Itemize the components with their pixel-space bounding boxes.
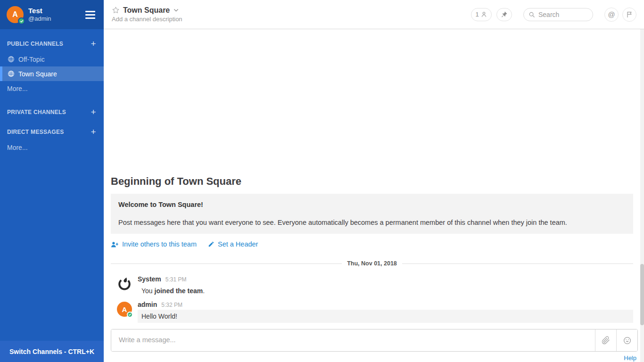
at-icon: @ xyxy=(608,10,615,18)
add-private-channel-button[interactable]: + xyxy=(91,109,96,115)
header-actions: 1 @ xyxy=(471,8,636,22)
message-time: 5:31 PM xyxy=(165,276,187,283)
search-box[interactable] xyxy=(523,8,593,21)
search-input[interactable] xyxy=(538,11,588,18)
add-user-icon xyxy=(111,241,119,248)
date-label: Thu, Nov 01, 2018 xyxy=(342,260,402,267)
channel-list: PUBLIC CHANNELS + Off-Topic Town Square … xyxy=(0,29,104,155)
composer-area: Help xyxy=(104,326,644,362)
channel-intro-title: Beginning of Town Square xyxy=(111,175,633,188)
date-divider: Thu, Nov 01, 2018 xyxy=(111,260,633,267)
more-public-channels-link[interactable]: More... xyxy=(0,81,104,96)
globe-icon xyxy=(8,56,15,63)
message-author[interactable]: System xyxy=(138,275,161,283)
channel-label: Off-Topic xyxy=(18,56,45,63)
team-header[interactable]: A Test @admin xyxy=(0,0,104,29)
private-channels-header: PRIVATE CHANNELS + xyxy=(0,108,104,116)
channel-label: Town Square xyxy=(18,70,57,78)
intro-links: Invite others to this team Set a Header xyxy=(111,240,633,248)
welcome-title: Welcome to Town Square! xyxy=(118,201,626,208)
favorite-star-icon[interactable] xyxy=(112,6,120,14)
channel-header: Town Square Add a channel description 1 xyxy=(104,0,644,29)
team-meta: Test @admin xyxy=(28,7,51,23)
emoji-picker-button[interactable] xyxy=(616,329,637,351)
member-count-button[interactable]: 1 xyxy=(471,8,492,21)
more-direct-messages-link[interactable]: More... xyxy=(0,140,104,155)
help-link[interactable]: Help xyxy=(624,354,636,362)
team-name: Test xyxy=(28,7,51,16)
main-menu-icon[interactable] xyxy=(83,9,97,21)
avatar-letter: A xyxy=(12,10,18,19)
message-time: 5:32 PM xyxy=(161,302,182,308)
flag-icon xyxy=(626,11,633,18)
pinned-posts-button[interactable] xyxy=(496,8,512,21)
system-avatar xyxy=(117,276,132,291)
online-status-icon xyxy=(127,312,133,318)
main-content: Town Square Add a channel description 1 xyxy=(104,0,644,362)
public-channels-header: PUBLIC CHANNELS + xyxy=(0,40,104,48)
search-icon xyxy=(528,11,535,18)
attach-file-button[interactable] xyxy=(595,329,616,351)
flagged-posts-button[interactable] xyxy=(622,8,636,22)
globe-icon xyxy=(8,70,15,77)
online-status-icon xyxy=(18,17,25,25)
switch-channels-button[interactable]: Switch Channels - CTRL+K xyxy=(0,341,104,362)
paperclip-icon xyxy=(602,336,610,345)
channel-description-link[interactable]: Add a channel description xyxy=(112,16,182,23)
welcome-message-box: Welcome to Town Square! Post messages he… xyxy=(111,194,633,234)
user-handle: @admin xyxy=(28,15,51,23)
recent-mentions-button[interactable]: @ xyxy=(604,8,619,22)
pencil-icon xyxy=(208,241,215,247)
pin-icon xyxy=(501,11,508,18)
message-system[interactable]: System 5:31 PM You joined the team. xyxy=(117,275,633,297)
channel-title[interactable]: Town Square xyxy=(123,6,170,15)
welcome-body: Post messages here that you want everyon… xyxy=(118,219,626,226)
member-icon xyxy=(480,11,487,18)
message-list[interactable]: Beginning of Town Square Welcome to Town… xyxy=(104,29,644,326)
add-direct-message-button[interactable]: + xyxy=(91,129,96,135)
set-header-link[interactable]: Set a Header xyxy=(208,240,258,248)
message-text: You joined the team. xyxy=(138,284,633,297)
message-author[interactable]: admin xyxy=(138,301,157,308)
app-window: A Test @admin PUBLIC CHANNELS + Off-Topi… xyxy=(0,0,644,362)
scrollbar-track[interactable] xyxy=(640,29,644,362)
scrollbar-thumb[interactable] xyxy=(640,264,644,325)
direct-messages-header: DIRECT MESSAGES + xyxy=(0,128,104,136)
user-avatar[interactable]: A xyxy=(7,6,24,23)
message-composer xyxy=(111,329,638,352)
emoji-icon xyxy=(623,336,632,345)
sidebar: A Test @admin PUBLIC CHANNELS + Off-Topi… xyxy=(0,0,104,362)
sidebar-item-off-topic[interactable]: Off-Topic xyxy=(0,52,104,66)
message-input[interactable] xyxy=(111,329,595,351)
chevron-down-icon[interactable] xyxy=(173,7,179,13)
invite-others-link[interactable]: Invite others to this team xyxy=(111,240,197,248)
member-count: 1 xyxy=(475,11,479,18)
message-admin[interactable]: A admin 5:32 PM Hello World! xyxy=(117,301,633,323)
message-text: Hello World! xyxy=(138,310,633,323)
sidebar-item-town-square[interactable]: Town Square xyxy=(0,66,104,81)
user-avatar[interactable]: A xyxy=(117,302,132,317)
add-public-channel-button[interactable]: + xyxy=(91,41,96,47)
